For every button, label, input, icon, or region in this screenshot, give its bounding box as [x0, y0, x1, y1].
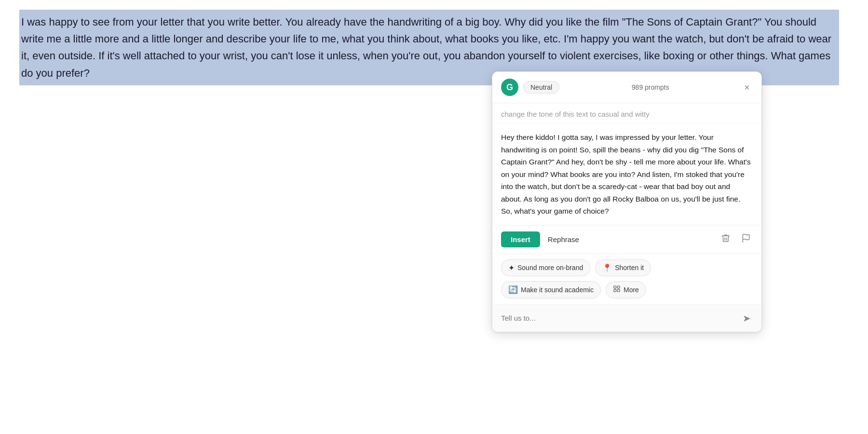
chip-academic[interactable]: 🔄 Make it sound academic — [501, 281, 601, 298]
flag-icon[interactable] — [739, 231, 753, 247]
suggestion-chips: ✦ Sound more on-brand 📍 Shorten it 🔄 Mak… — [492, 254, 761, 305]
tell-us-row: ➤ — [492, 305, 761, 332]
prompts-count: 989 prompts — [632, 83, 669, 91]
chip-more[interactable]: More — [606, 281, 646, 298]
generated-content: Hey there kiddo! I gotta say, I was impr… — [492, 123, 761, 226]
shorten-icon: 📍 — [602, 263, 612, 272]
sparkle-icon: ✦ — [508, 263, 515, 272]
chip-sound-on-brand-label: Sound more on-brand — [517, 264, 583, 271]
rephrase-button[interactable]: Rephrase — [546, 231, 581, 247]
action-row-icons — [719, 231, 753, 247]
close-button[interactable]: × — [741, 81, 753, 93]
panel-header-left: G Neutral — [501, 79, 559, 96]
send-button[interactable]: ➤ — [741, 311, 753, 326]
action-row: Insert Rephrase — [492, 226, 761, 254]
send-icon: ➤ — [743, 313, 751, 324]
grammarly-logo: G — [501, 79, 518, 96]
chip-sound-on-brand[interactable]: ✦ Sound more on-brand — [501, 259, 590, 276]
delete-icon[interactable] — [719, 231, 732, 247]
prompt-bar: change the tone of this text to casual a… — [492, 103, 761, 123]
chip-shorten[interactable]: 📍 Shorten it — [595, 259, 651, 276]
neutral-badge[interactable]: Neutral — [523, 81, 559, 94]
more-icon — [613, 285, 621, 295]
chip-shorten-label: Shorten it — [615, 264, 644, 271]
chip-academic-label: Make it sound academic — [521, 286, 594, 294]
panel-header: G Neutral 989 prompts × — [492, 72, 761, 103]
svg-rect-2 — [617, 286, 620, 288]
tell-us-input[interactable] — [501, 314, 741, 322]
academic-icon: 🔄 — [508, 285, 518, 294]
grammarly-panel: G Neutral 989 prompts × change the tone … — [492, 71, 762, 332]
chip-more-label: More — [624, 286, 639, 294]
svg-rect-1 — [614, 286, 616, 288]
main-content: I was happy to see from your letter that… — [0, 0, 868, 434]
svg-rect-3 — [614, 289, 616, 292]
svg-rect-4 — [617, 289, 620, 292]
insert-button[interactable]: Insert — [501, 231, 540, 247]
